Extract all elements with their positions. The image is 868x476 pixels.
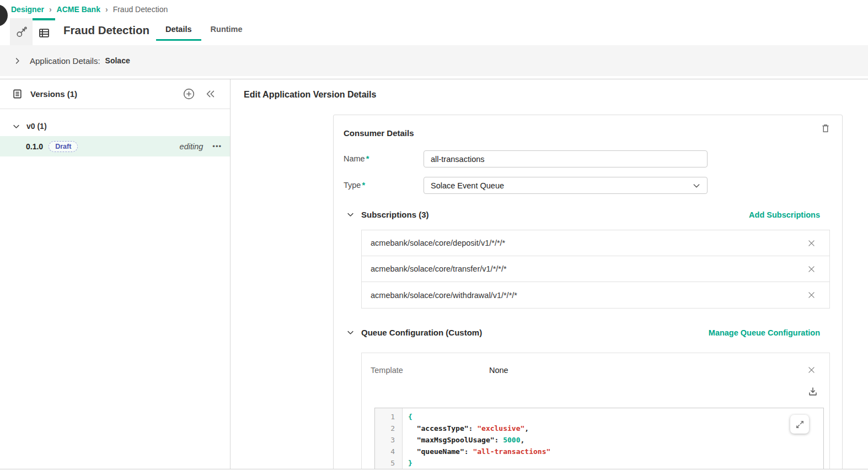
version-row-0-1-0[interactable]: 0.1.0 Draft editing •••: [0, 136, 230, 156]
breadcrumb-current: Fraud Detection: [113, 5, 168, 14]
subscription-list: acmebank/solace/core/deposit/v1/*/*/*acm…: [361, 230, 830, 309]
type-field-row: Type* Solace Event Queue: [344, 177, 708, 194]
version-group-v0[interactable]: v0 (1): [0, 116, 230, 136]
line-number: 1: [375, 411, 402, 423]
name-input[interactable]: [424, 150, 708, 167]
remove-subscription-button[interactable]: [807, 290, 816, 300]
chevron-down-icon: [692, 181, 701, 190]
application-details-label: Application Details:: [30, 56, 100, 66]
edge-avatar-button[interactable]: [0, 4, 8, 26]
delete-consumer-button[interactable]: [821, 123, 831, 134]
queue-config-code-editor[interactable]: 12345 { "accessType": "exclusive", "maxM…: [374, 408, 824, 469]
download-config-button[interactable]: [807, 386, 818, 397]
template-label: Template: [371, 366, 489, 375]
subscription-topic: acmebank/solace/core/deposit/v1/*/*/*: [371, 239, 807, 247]
subscriptions-title: Subscriptions (3): [361, 210, 429, 219]
line-number: 2: [375, 423, 402, 434]
template-row: Template None: [362, 353, 829, 375]
graph-view-icon: [15, 26, 28, 38]
subscription-topic: acmebank/solace/core/withdrawal/v1/*/*/*: [371, 291, 807, 300]
line-number: 3: [375, 434, 402, 446]
chevron-down-icon[interactable]: [346, 210, 355, 219]
type-select[interactable]: Solace Event Queue: [424, 177, 708, 194]
top-bar: Designer › ACME Bank › Fraud Detection: [0, 0, 868, 45]
consumer-details-card: Consumer Details Name* Type* Solace Even…: [333, 115, 843, 469]
version-number: 0.1.0: [26, 142, 43, 151]
code-line: "maxMsgSpoolUsage": 5000,: [408, 434, 823, 446]
content-area: Versions (1): [0, 79, 868, 469]
required-asterisk: *: [362, 181, 365, 190]
manage-queue-configuration-link[interactable]: Manage Queue Configuration: [709, 328, 820, 337]
type-label: Type*: [344, 177, 424, 194]
subscriptions-header: Subscriptions (3) Add Subscriptions: [346, 210, 820, 219]
editing-indicator: editing: [180, 142, 203, 151]
subscription-row: acmebank/solace/core/deposit/v1/*/*/*: [362, 230, 829, 256]
expand-editor-button[interactable]: [790, 415, 809, 434]
queue-config-box: Template None: [361, 353, 830, 469]
subscription-topic: acmebank/solace/core/transfer/v1/*/*/*: [371, 264, 807, 273]
add-subscriptions-link[interactable]: Add Subscriptions: [749, 210, 820, 219]
collapse-panel-button[interactable]: [205, 89, 216, 99]
remove-subscription-button[interactable]: [807, 239, 816, 248]
line-number: 4: [375, 446, 402, 457]
versions-title: Versions (1): [30, 89, 77, 99]
remove-subscription-button[interactable]: [807, 264, 816, 274]
template-value: None: [489, 366, 508, 375]
add-version-button[interactable]: [183, 88, 195, 100]
name-field-row: Name*: [344, 150, 708, 167]
chevron-right-icon[interactable]: [13, 57, 22, 65]
draft-status-badge: Draft: [49, 141, 78, 152]
detail-tabs: Details Runtime: [156, 22, 252, 41]
version-menu-button[interactable]: •••: [212, 142, 222, 150]
application-details-bar[interactable]: Application Details: Solace: [0, 45, 868, 76]
page-title: Fraud Detection: [63, 24, 149, 37]
card-title: Consumer Details: [344, 128, 414, 138]
required-asterisk: *: [366, 154, 369, 163]
main-panel: Edit Application Version Details Consume…: [231, 79, 868, 469]
code-line: }: [408, 457, 823, 469]
queue-config-title: Queue Configuration (Custom): [361, 328, 482, 337]
queue-config-header: Queue Configuration (Custom) Manage Queu…: [346, 328, 820, 337]
tab-table-view[interactable]: [33, 18, 55, 45]
tab-graph-view[interactable]: [10, 18, 33, 45]
application-details-value: Solace: [105, 56, 130, 65]
subscription-row: acmebank/solace/core/transfer/v1/*/*/*: [362, 256, 829, 282]
remove-queue-config-button[interactable]: [807, 365, 816, 375]
breadcrumb-separator: ›: [49, 5, 52, 14]
version-group-label: v0 (1): [26, 122, 47, 131]
breadcrumb-acme-bank[interactable]: ACME Bank: [57, 5, 100, 14]
type-select-value: Solace Event Queue: [431, 181, 504, 190]
code-line: {: [408, 411, 823, 423]
chevron-down-icon: [12, 122, 20, 131]
edit-version-heading: Edit Application Version Details: [244, 90, 376, 100]
code-content[interactable]: { "accessType": "exclusive", "maxMsgSpoo…: [403, 408, 823, 469]
line-number: 5: [375, 457, 402, 469]
table-view-icon: [38, 27, 50, 39]
versions-panel: Versions (1): [0, 79, 231, 469]
chevron-down-icon[interactable]: [346, 328, 355, 337]
code-line-numbers: 12345: [375, 408, 403, 469]
name-label: Name*: [344, 150, 424, 167]
versions-list-icon: [12, 88, 23, 100]
tab-runtime[interactable]: Runtime: [201, 22, 252, 41]
code-line: "accessType": "exclusive",: [408, 423, 823, 434]
view-switcher: [10, 18, 55, 45]
breadcrumb-designer[interactable]: Designer: [11, 5, 44, 14]
tab-details[interactable]: Details: [156, 22, 201, 41]
code-line: "queueName": "all-transactions": [408, 446, 823, 457]
versions-header: Versions (1): [0, 79, 230, 109]
subscription-row: acmebank/solace/core/withdrawal/v1/*/*/*: [362, 282, 829, 308]
page: Designer › ACME Bank › Fraud Detection: [0, 0, 868, 476]
breadcrumb-separator: ›: [105, 5, 108, 14]
breadcrumb: Designer › ACME Bank › Fraud Detection: [11, 5, 168, 14]
